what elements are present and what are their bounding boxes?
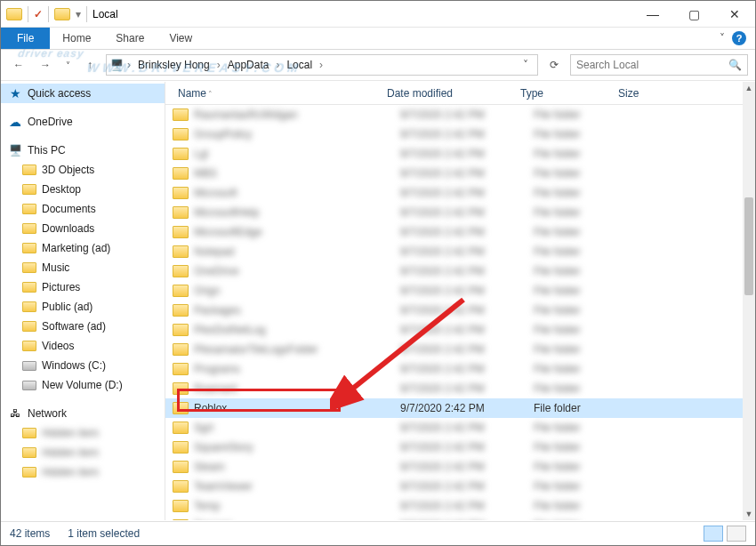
sidebar-item[interactable]: Marketing (ad) <box>1 238 165 258</box>
table-row[interactable]: Roamant 9/7/2020 2:42 PM File folder <box>165 379 743 398</box>
sidebar-item-blurred[interactable]: Hidden item <box>1 443 165 462</box>
scroll-up-icon[interactable]: ▲ <box>743 82 755 94</box>
table-row[interactable]: Packages 9/7/2020 2:42 PM File folder <box>165 301 743 320</box>
ribbon-expand-icon[interactable]: ˅ <box>720 32 725 44</box>
folder-icon <box>173 187 189 199</box>
sidebar-item[interactable]: Pictures <box>1 277 165 297</box>
table-row[interactable]: Programs 9/7/2020 2:42 PM File folder <box>165 359 743 379</box>
sidebar-onedrive[interactable]: ☁ OneDrive <box>1 112 165 132</box>
file-name: Sgrt <box>194 422 400 434</box>
tab-home[interactable]: Home <box>50 28 103 49</box>
chevron-right-icon[interactable]: › <box>215 59 222 71</box>
sidebar-network[interactable]: 🖧 Network <box>1 404 165 423</box>
table-row[interactable]: MicrosoftEdge 9/7/2020 2:42 PM File fold… <box>165 222 743 242</box>
sidebar-item[interactable]: Downloads <box>1 219 165 238</box>
file-name: PlexamatorTileLogsFolder <box>194 343 400 356</box>
table-row[interactable]: GroupPolicy 9/7/2020 2:42 PM File folder <box>165 124 743 144</box>
refresh-button[interactable]: ⟳ <box>543 54 565 76</box>
minimize-button[interactable]: — <box>632 1 673 28</box>
sidebar-item[interactable]: 3D Objects <box>1 160 165 180</box>
table-row[interactable]: Temp 9/7/2020 2:42 PM File folder <box>165 496 743 516</box>
file-list[interactable]: RaumantasRcWidgan 9/7/2020 2:42 PM File … <box>165 105 743 520</box>
chevron-right-icon[interactable]: › <box>125 59 133 71</box>
history-dropdown[interactable]: ˅ <box>61 54 74 76</box>
address-dropdown-icon[interactable]: ˅ <box>518 59 534 71</box>
column-date[interactable]: Date modified <box>382 87 515 100</box>
table-row[interactable]: Lgl 9/7/2020 2:42 PM File folder <box>165 144 743 164</box>
search-icon: 🔍 <box>728 59 742 71</box>
sidebar-item[interactable]: Public (ad) <box>1 297 165 317</box>
table-row[interactable]: SquareStory 9/7/2020 2:42 PM File folder <box>165 438 743 457</box>
chevron-right-icon[interactable]: › <box>318 59 325 71</box>
sidebar-item[interactable]: Documents <box>1 199 165 219</box>
scrollbar-thumb[interactable] <box>744 197 753 295</box>
file-date: 9/7/2020 2:42 PM <box>400 480 534 493</box>
table-row[interactable]: PlexDotNetLog 9/7/2020 2:42 PM File fold… <box>165 320 743 340</box>
sidebar-item[interactable]: Windows (C:) <box>1 356 165 375</box>
sidebar-label: Public (ad) <box>42 301 92 313</box>
tab-share[interactable]: Share <box>103 28 157 49</box>
sidebar-label: Pictures <box>42 281 80 293</box>
breadcrumb-item[interactable]: AppData <box>224 59 273 71</box>
sidebar-quick-access[interactable]: ★ Quick access <box>1 84 165 103</box>
sidebar-item-blurred[interactable]: Hidden item <box>1 462 165 482</box>
table-row[interactable]: OneDrive 9/7/2020 2:42 PM File folder <box>165 261 743 281</box>
table-row[interactable]: MBS 9/7/2020 2:42 PM File folder <box>165 164 743 183</box>
table-row[interactable]: Steam 9/7/2020 2:42 PM File folder <box>165 457 743 477</box>
file-name: MicrosoftHelp <box>194 206 400 219</box>
folder-icon <box>173 402 189 414</box>
file-date: 9/7/2020 2:42 PM <box>400 245 534 258</box>
table-row[interactable]: Roblox 9/7/2020 2:42 PM File folder <box>165 398 743 418</box>
file-type: File folder <box>534 422 631 434</box>
table-row[interactable]: Sgrt 9/7/2020 2:42 PM File folder <box>165 418 743 438</box>
folder-icon <box>22 165 36 175</box>
column-size[interactable]: Size <box>613 87 684 100</box>
column-name[interactable]: Name˄ <box>173 87 382 100</box>
table-row[interactable]: RaumantasRcWidgan 9/7/2020 2:42 PM File … <box>165 105 743 124</box>
tab-view[interactable]: View <box>157 28 205 49</box>
icons-view-button[interactable] <box>727 526 746 542</box>
table-row[interactable]: MicrosoftHelp 9/7/2020 2:42 PM File fold… <box>165 203 743 222</box>
file-name: Roamant <box>194 382 400 395</box>
file-type: File folder <box>534 167 631 180</box>
folder-icon <box>173 500 189 512</box>
up-button[interactable]: ↑ <box>79 54 101 76</box>
sidebar-this-pc[interactable]: 🖥️ This PC <box>1 141 165 160</box>
sidebar-item[interactable]: Software (ad) <box>1 317 165 336</box>
file-name: PlexDotNetLog <box>194 324 400 336</box>
table-row[interactable]: PlexamatorTileLogsFolder 9/7/2020 2:42 P… <box>165 340 743 359</box>
file-type: File folder <box>534 382 631 395</box>
file-date: 9/7/2020 2:42 PM <box>400 382 534 395</box>
qat-check-icon[interactable]: ✓ <box>34 8 43 20</box>
details-view-button[interactable] <box>704 526 723 542</box>
table-row[interactable]: Orign 9/7/2020 2:42 PM File folder <box>165 281 743 301</box>
breadcrumb-item[interactable]: Local <box>283 59 316 71</box>
sidebar-item[interactable]: New Volume (D:) <box>1 375 165 395</box>
sidebar-item[interactable]: Music <box>1 258 165 277</box>
maximize-button[interactable]: ▢ <box>673 1 714 28</box>
table-row[interactable]: TeamViewer 9/7/2020 2:42 PM File folder <box>165 477 743 496</box>
close-button[interactable]: ✕ <box>714 1 755 28</box>
folder-icon <box>22 447 36 458</box>
table-row[interactable]: Notepad 9/7/2020 2:42 PM File folder <box>165 242 743 261</box>
sidebar-item[interactable]: Videos <box>1 336 165 356</box>
file-name: Lgl <box>194 148 400 160</box>
sidebar-item[interactable]: Desktop <box>1 180 165 199</box>
qat-dropdown-icon[interactable]: ▾ <box>76 8 81 20</box>
breadcrumb-item[interactable]: Brinksley Hong <box>134 59 213 71</box>
back-button[interactable]: ← <box>8 54 29 76</box>
table-row[interactable]: Tencent 9/7/2020 2:42 PM File folder <box>165 516 743 520</box>
folder-icon <box>22 321 36 332</box>
address-bar[interactable]: 🖥️ › Brinksley Hong › AppData › Local › … <box>106 54 538 76</box>
search-box[interactable]: Search Local 🔍 <box>570 54 748 76</box>
forward-button[interactable]: → <box>35 54 56 76</box>
vertical-scrollbar[interactable]: ▲ ▼ <box>743 82 755 520</box>
chevron-right-icon[interactable]: › <box>274 59 281 71</box>
column-type[interactable]: Type <box>515 87 613 100</box>
table-row[interactable]: Microsoft 9/7/2020 2:42 PM File folder <box>165 183 743 203</box>
search-placeholder: Search Local <box>576 59 639 71</box>
file-tab[interactable]: File <box>1 28 50 49</box>
sidebar-item-blurred[interactable]: Hidden item <box>1 423 165 443</box>
scroll-down-icon[interactable]: ▼ <box>743 508 755 520</box>
help-button[interactable]: ? <box>732 31 746 45</box>
